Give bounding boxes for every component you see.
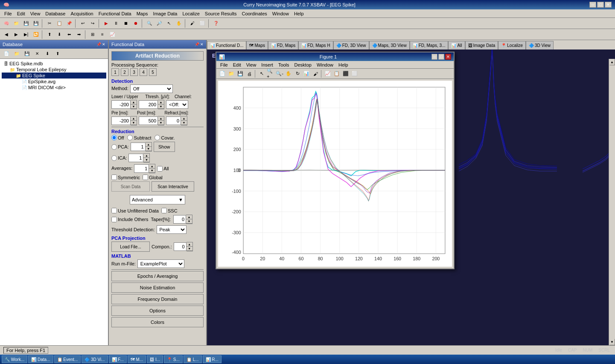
tb-zoom-in[interactable]: 🔍 (145, 19, 154, 28)
db-open-btn[interactable]: 📁 (12, 49, 21, 58)
tb-rec[interactable]: ⏺ (131, 19, 140, 28)
taper-spin-up[interactable]: ▲ (186, 215, 192, 219)
close-btn[interactable]: ✕ (605, 2, 612, 8)
lower-input[interactable] (111, 100, 131, 109)
right-scrollbar[interactable]: ▲ ▼ (609, 59, 615, 345)
seq-btn-1[interactable]: 1 (111, 68, 119, 76)
tab-maps[interactable]: 🗺 Maps (246, 41, 268, 50)
scan-data-btn[interactable]: Scan Data (111, 181, 150, 192)
menu-localize[interactable]: Localize (180, 10, 202, 17)
tb2-loop[interactable]: 🔁 (31, 30, 41, 39)
taskbar-3dvi[interactable]: 🔷 3D Vi... (82, 355, 108, 363)
show-btn[interactable]: Show (154, 142, 175, 152)
menu-acquisition[interactable]: Acquisition (68, 10, 96, 17)
all-checkbox[interactable]: All (157, 166, 169, 172)
tb-pointer[interactable]: ↖ (164, 19, 174, 28)
post-spin-down[interactable]: ▼ (158, 121, 164, 125)
radio-off[interactable]: Off (111, 135, 124, 140)
func-panel-pin[interactable]: 📌 (195, 42, 199, 47)
tb-brush[interactable]: 🖌 (188, 19, 197, 28)
frequency-domain-btn[interactable]: Frequency Domain (111, 294, 204, 304)
seq-btn-2[interactable]: 2 (121, 68, 128, 76)
tb-play[interactable]: ▶ (102, 19, 111, 28)
radio-pca[interactable]: PCA: (111, 144, 129, 150)
tb2-chart[interactable]: 📈 (108, 30, 117, 39)
tb-stop[interactable]: ⏹ (121, 19, 131, 28)
menu-edit[interactable]: Edit (15, 10, 28, 17)
tab-fd-maps-h[interactable]: 📊 FD, Maps H (298, 41, 333, 50)
load-file-btn[interactable]: Load File... (111, 242, 150, 252)
fig-menu-insert[interactable]: Insert (259, 62, 275, 68)
averages-spin-up[interactable]: ▲ (149, 164, 155, 169)
pre-spin-down[interactable]: ▼ (131, 121, 137, 125)
fig-tb-rotate[interactable]: ↻ (293, 70, 302, 78)
tb-open[interactable]: 📁 (12, 19, 21, 28)
menu-maps[interactable]: Maps (134, 10, 151, 17)
include-others-check[interactable]: Include Others (111, 217, 149, 222)
fig-tb-dock[interactable]: ⬜ (350, 70, 359, 78)
fig-tb-plot[interactable]: 📈 (324, 70, 332, 78)
fig-tb-open[interactable]: 📁 (227, 70, 236, 78)
tb-paste[interactable]: 📌 (64, 19, 74, 28)
tb2-next[interactable]: ▶| (21, 30, 31, 39)
menu-functional-data[interactable]: Functional Data (96, 10, 134, 17)
tb2-down[interactable]: ⬇ (55, 30, 64, 39)
colors-btn[interactable]: Colors (111, 317, 204, 327)
tb-zoom-out[interactable]: 🔎 (154, 19, 164, 28)
fig-menu-file[interactable]: File (218, 62, 230, 68)
use-unfiltered-input[interactable] (111, 208, 117, 213)
tb-pause[interactable]: ⏸ (111, 19, 121, 28)
db-delete-btn[interactable]: ✕ (32, 49, 42, 58)
fig-restore-btn[interactable]: □ (438, 54, 444, 60)
scroll-up-btn[interactable]: ▲ (609, 59, 615, 65)
tab-maps-3d[interactable]: 🔷 Maps, 3D View (369, 41, 410, 50)
tb-new[interactable]: 🧠 (2, 19, 11, 28)
tb2-prev[interactable]: ◀ (2, 30, 11, 39)
scan-interactive-btn[interactable]: Scan Interactive (152, 181, 194, 192)
radio-subtract[interactable]: Subtract (127, 135, 151, 140)
menu-window[interactable]: Window (270, 10, 291, 17)
tree-item-mri-dicom[interactable]: 📄 MRI DICOM <dir> (2, 84, 106, 90)
tree-item-eeg-spike[interactable]: 📁 EEG Spike (2, 73, 106, 79)
tab-fd-maps-3[interactable]: 📊 FD, Maps, 3... (410, 41, 449, 50)
compon-input[interactable] (174, 242, 187, 251)
use-unfiltered-check[interactable]: Use Unfiltered Data (111, 208, 159, 213)
epochs-averaging-btn[interactable]: Epochs / Averaging (111, 271, 204, 281)
tb-undo[interactable]: ↩ (78, 19, 87, 28)
radio-subtract-input[interactable] (127, 135, 133, 140)
fig-menu-tools[interactable]: Tools (276, 62, 291, 68)
ica-spin-down[interactable]: ▼ (143, 158, 149, 162)
tb2-play2[interactable]: ▶ (12, 30, 21, 39)
tab-functional-d[interactable]: 📊 Functional D... (207, 41, 246, 50)
fig-menu-window[interactable]: Window (315, 62, 335, 68)
taskbar-f[interactable]: 📊 F... (109, 355, 127, 363)
advanced-dropdown[interactable]: Advanced ▼ (130, 195, 185, 204)
fig-tb-zoom-out[interactable]: 🔍- (275, 70, 284, 78)
averages-input[interactable] (134, 164, 149, 173)
post-spin-up[interactable]: ▲ (158, 116, 164, 121)
radio-covar-input[interactable] (154, 135, 160, 140)
db-export-btn[interactable]: ⬆ (53, 49, 62, 58)
post-input[interactable] (139, 116, 158, 125)
tb-cut[interactable]: ✂ (45, 19, 54, 28)
minimize-btn[interactable]: ─ (589, 2, 596, 8)
tb2-up[interactable]: ⬆ (45, 30, 54, 39)
tab-3d-view[interactable]: 🔷 3D View (526, 41, 554, 50)
compon-spin-up[interactable]: ▲ (187, 242, 192, 247)
global-input[interactable] (143, 175, 148, 180)
tab-image-data[interactable]: 🖼 Image Data (465, 41, 498, 50)
fig-tb-brush[interactable]: 🖌 (311, 70, 320, 78)
include-others-input[interactable] (111, 217, 117, 222)
lower-spin-down[interactable]: ▼ (131, 105, 137, 109)
options-btn[interactable]: Options (111, 306, 204, 316)
all-check-input[interactable] (157, 166, 163, 172)
upper-spin-down[interactable]: ▼ (158, 105, 164, 109)
fig-menu-desktop[interactable]: Desktop (292, 62, 314, 68)
taskbar-s[interactable]: 📍 S... (164, 355, 183, 363)
scroll-down-btn[interactable]: ▼ (609, 339, 615, 345)
fig-close-btn[interactable]: ✕ (445, 54, 451, 60)
menu-image-data[interactable]: Image Data (151, 10, 180, 17)
radio-pca-input[interactable] (111, 144, 117, 150)
upper-input[interactable] (139, 100, 158, 109)
tab-all[interactable]: 📊 All (448, 41, 465, 50)
